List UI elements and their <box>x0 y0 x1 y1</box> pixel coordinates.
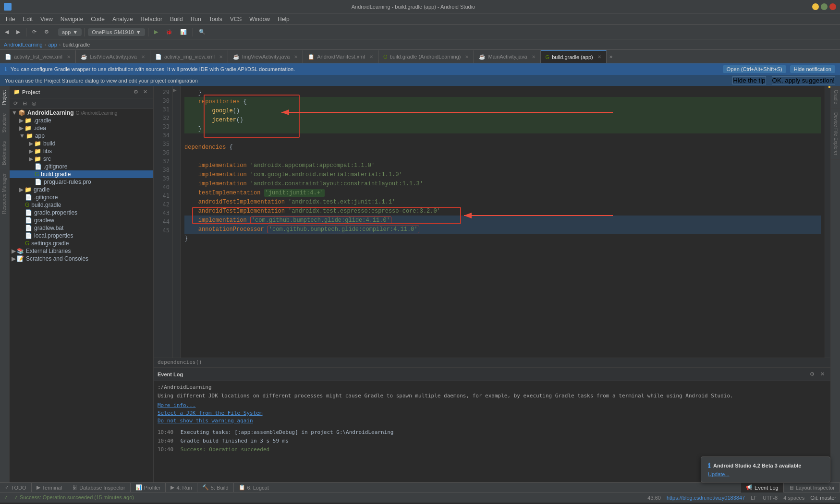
status-pos: 43:60 <box>647 495 661 501</box>
bottom-tab-todo[interactable]: ✓ TODO <box>0 483 32 492</box>
tab-close3[interactable]: ✕ <box>219 54 223 60</box>
tree-item-build-gradle-app[interactable]: G build.gradle <box>10 170 153 178</box>
event-log-settings-btn[interactable]: ⚙ <box>808 370 816 378</box>
bottom-tab-profiler[interactable]: 📊 Profiler <box>131 483 166 492</box>
bottom-tab-terminal[interactable]: ▶ Terminal <box>32 483 68 492</box>
tree-item-gradle-folder[interactable]: ▶ 📁 gradle <box>10 186 153 193</box>
tab-build-gradle-root[interactable]: G build.gradle (AndroidLearning) ✕ <box>378 50 475 63</box>
project-selector[interactable]: app ▼ <box>58 28 82 36</box>
menu-code[interactable]: Code <box>87 15 109 24</box>
toolbar-sync[interactable]: ⟳ <box>29 27 39 37</box>
vtab-resource[interactable]: Resource Manager <box>0 169 9 218</box>
vtab-project[interactable]: Project <box>0 86 9 109</box>
tab-manifest[interactable]: 📋 AndroidManifest.xml ✕ <box>303 50 378 63</box>
menu-view[interactable]: View <box>37 15 57 24</box>
tree-item-gradle-hidden[interactable]: ▶ 📁 .gradle <box>10 117 153 124</box>
tree-item-root[interactable]: ▼ 📦 AndroidLearning G:\AndroidLearning <box>10 109 153 117</box>
vtab-gradle[interactable]: Gradle <box>831 86 840 108</box>
sidebar-collapse-btn[interactable]: ⊟ <box>21 99 29 108</box>
debug-button[interactable]: 🐞 <box>163 27 175 37</box>
menu-window[interactable]: Window <box>245 15 274 24</box>
bottom-tab-layout-inspector[interactable]: 🖥 Layout Inspector <box>784 483 840 492</box>
tree-item-gitignore-app[interactable]: 📄 .gitignore <box>10 163 153 170</box>
hide-notification-button[interactable]: Hide notification <box>790 65 835 73</box>
bottom-tab-run[interactable]: ▶ 4: Run <box>166 483 197 492</box>
bottom-tab-event-log[interactable]: 📢 Event Log <box>741 483 784 492</box>
tree-item-idea[interactable]: ▶ 📁 .idea <box>10 124 153 132</box>
sidebar-sync-btn[interactable]: ⟳ <box>12 99 20 108</box>
run-button[interactable]: ▶ <box>151 27 161 37</box>
menu-build[interactable]: Build <box>166 15 187 24</box>
search-button[interactable]: 🔍 <box>196 27 208 37</box>
sidebar-close-btn[interactable]: ✕ <box>141 88 149 96</box>
close-button[interactable] <box>829 3 836 10</box>
ok-apply-button[interactable]: OK, apply suggestion! <box>772 76 835 84</box>
tree-item-gitignore-root[interactable]: 📄 .gitignore <box>10 193 153 201</box>
fold-icon-35[interactable]: ▶ <box>173 86 180 95</box>
tree-item-proguard[interactable]: 📄 proguard-rules.pro <box>10 178 153 186</box>
tab-close6[interactable]: ✕ <box>465 54 469 60</box>
tree-item-gradle-props[interactable]: 📄 gradle.properties <box>10 209 153 216</box>
vtab-device-explorer[interactable]: Device File Explorer <box>831 108 840 159</box>
logcat-icon: 📋 <box>239 484 245 491</box>
bottom-tab-logcat[interactable]: 📋 6: Logcat <box>234 483 274 492</box>
menu-help[interactable]: Help <box>274 15 293 24</box>
tree-item-settings-gradle[interactable]: G settings.gradle <box>10 240 153 247</box>
tree-item-gradlew[interactable]: 📄 gradlew <box>10 216 153 224</box>
vtab-bookmarks[interactable]: Bookmarks <box>0 137 9 169</box>
tab-close[interactable]: ✕ <box>67 54 71 60</box>
tree-item-scratches[interactable]: ▶ 📝 Scratches and Consoles <box>10 255 153 263</box>
tab-listview[interactable]: ☕ ListViewActivity.java ✕ <box>76 50 150 63</box>
menu-refactor[interactable]: Refactor <box>137 15 166 24</box>
vtab-structure[interactable]: Structure <box>0 109 9 137</box>
tree-item-src[interactable]: ▶ 📁 src <box>10 155 153 163</box>
tab-more[interactable]: » <box>607 53 616 60</box>
tab-mainactivity[interactable]: ☕ MainActivity.java ✕ <box>474 50 540 63</box>
tree-item-libs[interactable]: ▶ 📁 libs <box>10 147 153 155</box>
tree-item-gradlew-bat[interactable]: 📄 gradlew.bat <box>10 224 153 232</box>
code-content[interactable]: } repositories { google() jcenter() } de… <box>181 86 825 358</box>
menu-navigate[interactable]: Navigate <box>57 15 87 24</box>
sidebar-settings-btn[interactable]: ⚙ <box>132 88 140 96</box>
tab-close8[interactable]: ✕ <box>597 54 601 60</box>
tab-imgview-java[interactable]: ☕ ImgViewActivity.java ✕ <box>228 50 303 63</box>
tab-build-gradle-app[interactable]: G build.gradle (app) ✕ <box>541 50 607 63</box>
tab-close4[interactable]: ✕ <box>294 54 298 60</box>
tree-item-external-libs[interactable]: ▶ 📚 External Libraries <box>10 247 153 255</box>
bottom-tab-database[interactable]: 🗄 Database Inspector <box>67 483 130 492</box>
tab-close7[interactable]: ✕ <box>532 54 536 60</box>
menu-tools[interactable]: Tools <box>205 15 226 24</box>
device-selector[interactable]: OnePlus GM1910 ▼ <box>88 28 145 36</box>
tree-item-local-props[interactable]: 📄 local.properties <box>10 232 153 240</box>
select-jdk-link[interactable]: Select a JDK from the File System <box>158 410 263 416</box>
toolbar-forward[interactable]: ▶ <box>13 27 23 37</box>
tab-label6: build.gradle (AndroidLearning) <box>390 54 461 60</box>
menu-analyze[interactable]: Analyze <box>109 15 137 24</box>
toolbar-back[interactable]: ◀ <box>2 27 12 37</box>
maximize-button[interactable] <box>821 3 828 10</box>
menu-edit[interactable]: Edit <box>19 15 37 24</box>
bottom-tab-build[interactable]: 🔨 5: Build <box>197 483 234 492</box>
more-info-link[interactable]: More info... <box>158 402 195 408</box>
hide-tip-button[interactable]: Hide the tip <box>732 76 766 84</box>
menu-file[interactable]: File <box>2 15 19 24</box>
event-log-close-btn[interactable]: ✕ <box>818 370 827 378</box>
menu-run[interactable]: Run <box>187 15 205 24</box>
open-project-structure-button[interactable]: Open (Ctrl+Alt+Shift+S) <box>723 65 786 73</box>
tree-item-app[interactable]: ▼ 📁 app <box>10 132 153 140</box>
breadcrumb-module[interactable]: app <box>48 42 57 48</box>
tree-item-build-gradle-root[interactable]: G build.gradle <box>10 201 153 209</box>
toolbar-settings[interactable]: ⚙ <box>41 27 52 37</box>
tab-close5[interactable]: ✕ <box>369 54 373 60</box>
dont-show-link[interactable]: Do not show this warning again <box>158 418 253 424</box>
tree-item-build[interactable]: ▶ 📁 build <box>10 140 153 147</box>
update-link[interactable]: Update... <box>708 471 730 477</box>
minimize-button[interactable] <box>812 3 819 10</box>
tab-img-view[interactable]: 📄 activity_img_view.xml ✕ <box>150 50 228 63</box>
breadcrumb-project[interactable]: AndroidLearning <box>4 42 43 48</box>
tab-activity-list[interactable]: 📄 activity_list_view.xml ✕ <box>0 50 76 63</box>
profile-button[interactable]: 📊 <box>177 27 190 37</box>
menu-vcs[interactable]: VCS <box>226 15 246 24</box>
tab-close2[interactable]: ✕ <box>141 54 145 60</box>
sidebar-locate-btn[interactable]: ◎ <box>30 99 38 108</box>
